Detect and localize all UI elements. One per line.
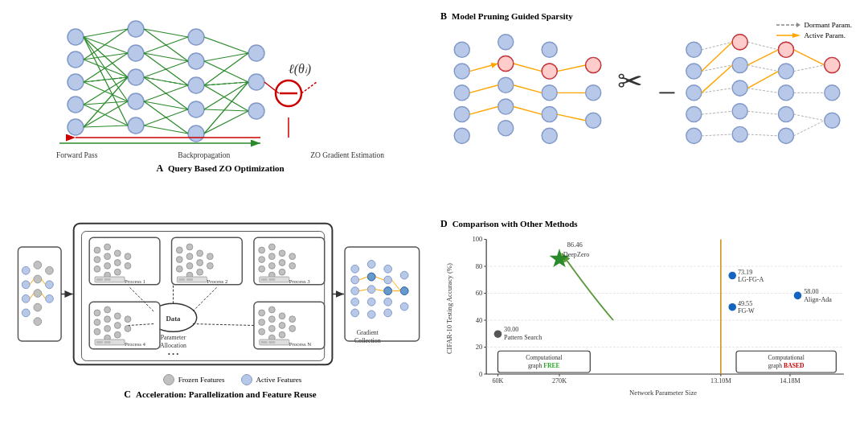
svg-point-9 <box>128 117 144 134</box>
legend-frozen-label: Frozen Features <box>178 376 225 384</box>
svg-point-15 <box>248 45 264 61</box>
svg-point-125 <box>825 85 840 101</box>
panel-d-label: D <box>440 218 448 230</box>
panel-c-legend: Frozen Features Active Features <box>163 374 301 385</box>
svg-line-57 <box>204 111 248 134</box>
svg-line-102 <box>557 114 585 121</box>
svg-point-336 <box>728 303 736 311</box>
svg-text:13.10M: 13.10M <box>710 377 731 385</box>
svg-point-197 <box>197 260 203 266</box>
svg-point-0 <box>68 29 84 45</box>
svg-text:60K: 60K <box>492 377 503 385</box>
svg-point-117 <box>732 104 747 119</box>
svg-point-209 <box>268 244 275 250</box>
svg-point-210 <box>268 253 275 260</box>
svg-line-50 <box>204 61 248 82</box>
svg-line-23 <box>84 29 128 60</box>
svg-rect-185 <box>96 278 103 281</box>
panel-b-legend: Dormant Param. Active Param. <box>776 21 852 39</box>
svg-point-149 <box>825 57 840 72</box>
svg-line-144 <box>747 50 778 65</box>
svg-text:Parameter: Parameter <box>161 334 186 341</box>
svg-text:Data: Data <box>166 315 181 323</box>
svg-text:30.00: 30.00 <box>504 326 518 333</box>
svg-rect-186 <box>104 278 111 281</box>
svg-text:Process N: Process N <box>289 341 312 347</box>
svg-point-183 <box>125 263 131 270</box>
svg-line-95 <box>469 85 497 93</box>
svg-point-273 <box>367 261 375 269</box>
svg-point-256 <box>289 326 296 332</box>
svg-point-190 <box>176 257 182 263</box>
svg-point-233 <box>114 323 121 329</box>
panel-d: D Comparison with Other Methods CIFAR-10… <box>434 214 862 422</box>
svg-line-142 <box>702 42 732 71</box>
svg-point-196 <box>197 250 203 257</box>
svg-point-249 <box>268 316 275 323</box>
svg-point-14 <box>188 126 204 142</box>
svg-rect-219 <box>261 278 268 281</box>
svg-point-174 <box>94 265 100 272</box>
svg-line-94 <box>469 64 497 72</box>
svg-rect-220 <box>268 278 275 281</box>
svg-text:Pattern Search: Pattern Search <box>504 334 542 341</box>
svg-point-283 <box>400 271 408 279</box>
svg-point-277 <box>367 311 375 319</box>
svg-line-43 <box>144 85 188 101</box>
svg-point-118 <box>732 126 747 142</box>
svg-text:58.00: 58.00 <box>804 288 818 295</box>
panel-c: Process 1 Process 2 <box>6 214 434 422</box>
svg-point-13 <box>188 101 204 117</box>
panel-a-svg: ℓ(θᵢ) <box>16 13 424 150</box>
svg-point-1 <box>68 51 84 68</box>
svg-point-333 <box>794 292 802 300</box>
svg-line-100 <box>557 65 585 72</box>
svg-point-10 <box>188 29 204 45</box>
panel-b-title: Model Pruning Guided Sparsity <box>452 11 573 21</box>
svg-text:100: 100 <box>472 235 482 243</box>
svg-text:graph BASED: graph BASED <box>768 362 805 369</box>
svg-line-98 <box>514 85 542 93</box>
svg-point-193 <box>186 253 193 260</box>
svg-line-54 <box>204 82 248 109</box>
svg-point-285 <box>400 302 408 311</box>
svg-text:✂: ✂ <box>617 64 643 98</box>
svg-point-123 <box>778 128 793 143</box>
svg-point-275 <box>367 286 375 294</box>
svg-point-76 <box>454 42 469 57</box>
svg-point-246 <box>259 319 265 326</box>
caption-forward-pass: Forward Pass <box>56 151 97 159</box>
panel-d-title: Comparison with Other Methods <box>452 219 578 228</box>
svg-text:Network Parameter Size: Network Parameter Size <box>629 389 697 397</box>
svg-text:graph FREE: graph FREE <box>528 362 560 369</box>
svg-point-113 <box>686 128 702 143</box>
legend-active: Active Param. <box>776 31 852 39</box>
svg-point-81 <box>498 35 514 50</box>
svg-point-126 <box>825 113 840 128</box>
svg-line-145 <box>747 72 778 88</box>
legend-active-label: Active Param. <box>805 31 845 39</box>
caption-backprop: Backpropagation <box>178 151 230 159</box>
svg-text:Computational: Computational <box>526 354 562 361</box>
svg-point-226 <box>94 319 100 326</box>
svg-line-44 <box>144 101 188 109</box>
panel-b-label: B <box>440 10 447 23</box>
svg-line-49 <box>204 53 248 61</box>
svg-text:Collection: Collection <box>354 337 381 344</box>
svg-point-90 <box>542 128 557 143</box>
svg-point-84 <box>498 99 514 114</box>
svg-point-192 <box>186 244 193 250</box>
svg-point-163 <box>46 294 54 302</box>
panel-a-captions: Forward Pass Backpropagation ZO Gradient… <box>16 151 424 159</box>
svg-point-288 <box>400 287 408 295</box>
svg-point-111 <box>686 85 702 101</box>
svg-point-270 <box>351 287 359 295</box>
svg-point-3 <box>68 97 84 113</box>
svg-point-152 <box>22 266 30 274</box>
svg-rect-202 <box>178 278 185 281</box>
svg-text:0: 0 <box>479 370 482 378</box>
svg-text:LG-FG-A: LG-FG-A <box>738 276 764 283</box>
panel-a: ℓ(θᵢ) Forward Pass Backpropagation ZO Gr… <box>6 6 434 214</box>
svg-text:14.18M: 14.18M <box>780 377 800 385</box>
svg-text:ℓ(θᵢ): ℓ(θᵢ) <box>289 62 311 76</box>
